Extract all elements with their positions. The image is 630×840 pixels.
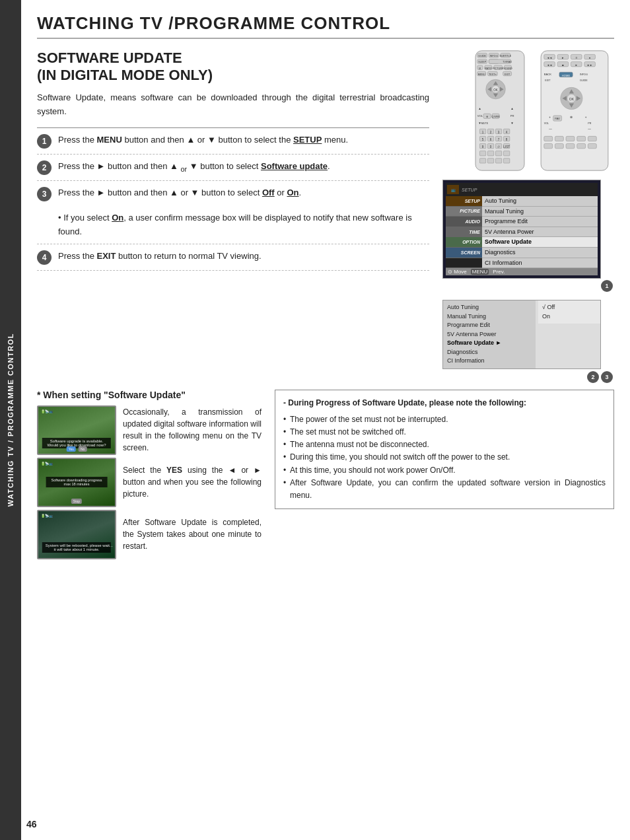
tv-screenshots: 🔋📡📺 Software upgrade is available.Would … <box>37 405 262 559</box>
svg-rect-77 <box>541 51 608 170</box>
svg-text:II: II <box>576 56 577 59</box>
sidebar-label: WATCHING TV / PROGRAMME CONTROL <box>7 333 15 507</box>
when-setting-title: * When setting "Software Update" <box>37 390 262 400</box>
svg-rect-124 <box>577 143 586 148</box>
step-2: 2 Press the ► button and then ▲ or ▼ but… <box>37 155 429 181</box>
svg-text:—: — <box>588 127 591 131</box>
svg-text:HOME: HOME <box>562 74 571 77</box>
svg-text:1: 1 <box>482 131 484 134</box>
menu-item-auto-tuning: Auto Tuning <box>485 197 595 205</box>
svg-text:TEXT≡: TEXT≡ <box>489 73 497 76</box>
svg-text:►►: ►► <box>587 63 592 67</box>
progress-note-3: The antenna must not be disconnected. <box>283 438 606 451</box>
svg-text:2: 2 <box>490 131 492 134</box>
progress-notes-list: The power of the set must not be interru… <box>283 413 606 502</box>
svg-rect-76 <box>504 158 510 163</box>
svg-text:►: ► <box>561 56 564 59</box>
progress-note-5: At this time, you should not work power … <box>283 464 606 477</box>
section-title: SOFTWARE UPDATE (IN DIGITAL MODE ONLY) <box>37 50 429 85</box>
menu-screenshot-2-container: Auto Tuning Manual Tuning Programme Edit… <box>442 300 614 383</box>
tv-desc-2: Select the YES using the ◄ or ► button a… <box>123 464 262 500</box>
step-4-text: Press the EXIT button to return to norma… <box>58 250 262 263</box>
svg-text:Q.WEB: Q.WEB <box>491 116 500 118</box>
svg-text:TV/RAD: TV/RAD <box>503 61 512 63</box>
menu2-ci-info: CI Information <box>447 357 532 366</box>
step-2-number: 2 <box>37 160 52 175</box>
menu-panel-2: Auto Tuning Manual Tuning Programme Edit… <box>442 300 601 369</box>
tv-desc-1: Occasionally, a transmission of updated … <box>123 406 262 454</box>
two-col-layout: SOFTWARE UPDATE (IN DIGITAL MODE ONLY) S… <box>37 50 614 383</box>
tv-screen-1-buttons: Yes No <box>67 446 87 452</box>
step-1: 1 Press the MENU button and then ▲ or ▼ … <box>37 128 429 155</box>
tv-screen-1: 🔋📡📺 Software upgrade is available.Would … <box>37 405 116 455</box>
svg-text:RATIO: RATIO <box>485 67 492 70</box>
tv-screenshot-row-3: 🔋📡📺 System will be rebooted, please wait… <box>37 510 262 559</box>
svg-rect-73 <box>479 158 485 163</box>
progress-note-2: The set must not be switched off. <box>283 426 606 438</box>
step-4: 4 Press the EXIT button to return to nor… <box>37 244 429 271</box>
svg-text:◄◄: ◄◄ <box>547 56 552 59</box>
svg-rect-118 <box>566 136 575 141</box>
svg-text:OK: OK <box>569 97 575 101</box>
tv-stop-btn[interactable]: Stop <box>71 499 82 504</box>
svg-text:OK: OK <box>493 88 499 92</box>
svg-rect-69 <box>479 151 485 156</box>
svg-text:VOL: VOL <box>477 114 483 118</box>
menu-screenshot-1: 📺 SETUP SETUP Auto Tuning PICTURE Manua <box>442 180 614 292</box>
tv-no-btn[interactable]: No <box>79 446 87 452</box>
svg-text:SUBTITLE: SUBTITLE <box>500 55 512 57</box>
step-3-number: 3 <box>37 187 52 201</box>
step-3-sub: • If you select On, a user confirm messa… <box>37 211 429 238</box>
menu-setup-label: SETUP <box>465 199 480 203</box>
menu2-manual-tuning: Manual Tuning <box>447 312 532 322</box>
svg-text:SOUND: SOUND <box>503 67 512 70</box>
remote-partial-image: ◄◄ ► II ● ◄◄ ■ ► ►► <box>535 50 614 172</box>
remote-images: GUIDE INFO⊙ SUBTITLE SLEEP BACK TV/RAD U… <box>442 50 614 172</box>
svg-text:3: 3 <box>498 131 500 134</box>
svg-text:PR: PR <box>588 122 591 125</box>
svg-text:▲: ▲ <box>510 107 514 110</box>
steps-list: 1 Press the MENU button and then ▲ or ▼ … <box>37 127 429 270</box>
svg-text:0: 0 <box>490 145 492 149</box>
step-2-text: Press the ► button and then ▲ or ▼ butto… <box>58 160 330 174</box>
svg-text:▲: ▲ <box>478 107 481 110</box>
svg-text:GUIDE: GUIDE <box>478 55 486 57</box>
left-column: SOFTWARE UPDATE (IN DIGITAL MODE ONLY) S… <box>37 50 429 383</box>
tv-screen-2: 🔋📡📺 Software downloading progressmax 18 … <box>37 458 116 507</box>
tv-screen-3-overlay: System will be rebooted, please wait...i… <box>42 542 111 553</box>
svg-rect-74 <box>488 158 494 163</box>
svg-text:9: 9 <box>482 145 484 149</box>
menu2-diagnostics: Diagnostics <box>447 348 532 357</box>
svg-text:⊗: ⊗ <box>486 116 488 118</box>
svg-rect-70 <box>488 151 494 156</box>
progress-note-6: After Software Update, you can confirm t… <box>283 477 606 502</box>
tv-screen-3: 🔋📡📺 System will be rebooted, please wait… <box>37 510 116 559</box>
intro-text: Software Update, means software can be d… <box>37 91 429 119</box>
menu2-programme-edit: Programme Edit <box>447 321 532 330</box>
svg-text:UI: UI <box>479 67 481 70</box>
menu2-auto-tuning: Auto Tuning <box>447 303 532 312</box>
svg-text:INFO⊙: INFO⊙ <box>490 55 498 57</box>
step-3-text: Press the ► button and then ▲ or ▼ butto… <box>58 186 301 199</box>
svg-text:FAV: FAV <box>555 117 560 120</box>
menu2-software-update: Software Update ► <box>447 339 532 348</box>
progress-note-1: The power of the set must not be interru… <box>283 413 606 426</box>
tv-screenshot-row-1: 🔋📡📺 Software upgrade is available.Would … <box>37 405 262 455</box>
svg-rect-119 <box>577 136 586 141</box>
step-3: 3 Press the ► button and then ▲ or ▼ but… <box>37 181 429 244</box>
svg-text:PICTURE: PICTURE <box>493 67 504 70</box>
badge-1: 1 <box>601 280 613 292</box>
progress-box-title: - During Progress of Software Update, pl… <box>283 397 606 409</box>
svg-text:PR: PR <box>510 114 514 118</box>
svg-text:8: 8 <box>506 138 508 141</box>
svg-rect-120 <box>588 136 596 141</box>
svg-rect-121 <box>544 143 553 148</box>
tv-screenshot-row-2: 🔋📡📺 Software downloading progressmax 18 … <box>37 458 262 507</box>
menu2-on-option: On <box>542 312 596 322</box>
tv-screen-2-buttons: Stop <box>71 499 82 504</box>
tv-yes-btn[interactable]: Yes <box>67 446 76 452</box>
svg-text:MUTE: MUTE <box>481 122 489 125</box>
svg-rect-72 <box>504 151 510 156</box>
svg-text:+: + <box>549 116 551 119</box>
svg-text:EXIT: EXIT <box>545 79 551 82</box>
